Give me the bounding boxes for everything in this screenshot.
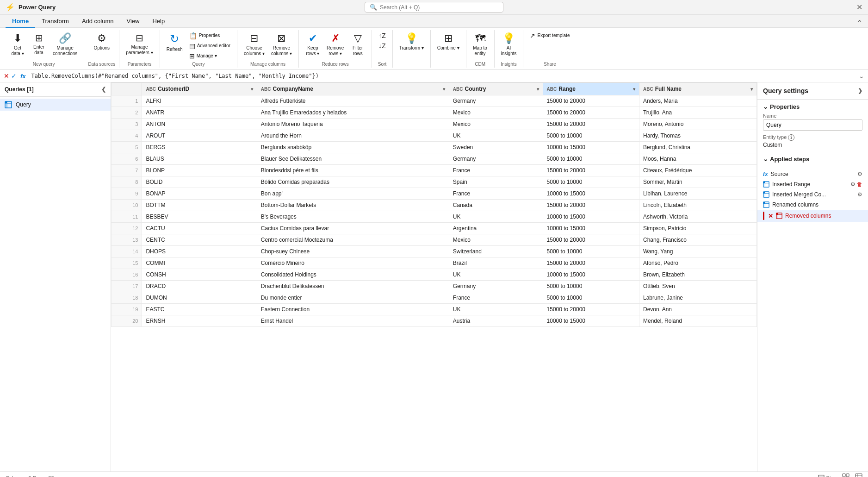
options-icon: ⚙ — [97, 32, 106, 44]
properties-button[interactable]: 📋 Properties — [186, 31, 233, 41]
settings-entity-type-value: Custom — [763, 142, 862, 148]
col-dropdown-fullname[interactable]: ▾ — [750, 87, 753, 92]
col-header-range[interactable]: ABC Range ▾ — [543, 83, 639, 95]
col-header-country[interactable]: ABC Country ▾ — [449, 83, 543, 95]
step-gear-icon[interactable]: ⚙ — [850, 181, 856, 188]
col-dropdown-companyname[interactable]: ▾ — [443, 87, 445, 92]
tab-view[interactable]: View — [120, 15, 146, 28]
cell-companyname: Antonio Moreno Taqueria — [257, 119, 449, 130]
table-row[interactable]: 1 ALFKI Alfreds Futterkiste Germany 1500… — [112, 95, 757, 107]
step-item-source[interactable]: fx Source ⚙ — [757, 169, 868, 179]
step-item-inserted-merged[interactable]: Inserted Merged Co... ⚙ — [757, 189, 868, 200]
step-gear-icon[interactable]: ⚙ — [857, 191, 862, 198]
formula-input[interactable]: Table.RemoveColumns(#"Renamed columns", … — [30, 72, 855, 80]
table-row[interactable]: 11 BESBEV B's Beverages UK 10000 to 1500… — [112, 211, 757, 223]
step-actions[interactable]: ⚙ — [857, 171, 862, 177]
export-template-button[interactable]: ↗ Export template — [527, 31, 572, 41]
data-area[interactable]: ABC CustomerID ▾ ABC CompanyName ▾ — [111, 82, 757, 471]
advanced-editor-button[interactable]: ▤ Advanced editor — [186, 41, 233, 51]
settings-collapse-properties[interactable]: ⌄ — [763, 103, 768, 110]
manage-connections-button[interactable]: 🔗 Manageconnections — [50, 31, 80, 58]
cell-fullname: Trujillo, Ana — [639, 107, 756, 119]
table-row[interactable]: 5 BERGS Berglunds snabbköp Sweden 10000 … — [112, 142, 757, 153]
step-label[interactable]: Step — [818, 475, 837, 477]
table-row[interactable]: 17 DRACD Drachenblut Delikatessen German… — [112, 281, 757, 292]
table-row[interactable]: 8 BOLID Bólido Comidas preparadas Spain … — [112, 176, 757, 188]
table-row[interactable]: 9 BONAP Bon app' France 10000 to 15000 L… — [112, 188, 757, 200]
query-item-1[interactable]: Query — [0, 99, 111, 111]
close-button[interactable]: ✕ — [856, 3, 862, 12]
table-row[interactable]: 3 ANTON Antonio Moreno Taqueria Mexico 1… — [112, 119, 757, 130]
settings-collapse-steps[interactable]: ⌄ — [763, 156, 768, 163]
col-dropdown-country[interactable]: ▾ — [537, 87, 539, 92]
table-row[interactable]: 20 ERNSH Ernst Handel Austria 10000 to 1… — [112, 315, 757, 327]
tab-home[interactable]: Home — [6, 15, 35, 28]
table-row[interactable]: 7 BLONP Blondesddsl pére et fils France … — [112, 165, 757, 176]
table-row[interactable]: 2 ANATR Ana Trujillo Emaredados y helado… — [112, 107, 757, 119]
queries-collapse-icon[interactable]: ❮ — [101, 86, 106, 93]
export-template-icon: ↗ — [530, 32, 535, 40]
options-button[interactable]: ⚙ Options — [91, 31, 112, 52]
col-dropdown-customerid[interactable]: ▾ — [251, 87, 253, 92]
manage-button[interactable]: ⊞ Manage ▾ — [186, 51, 233, 61]
table-row[interactable]: 12 CACTU Cactus Comidas para llevar Arge… — [112, 223, 757, 234]
diagram-view-icon[interactable] — [842, 473, 849, 477]
refresh-button[interactable]: ↻ Refresh — [164, 31, 186, 54]
step-actions[interactable]: ⚙🗑 — [850, 181, 862, 188]
step-actions[interactable]: ⚙ — [857, 191, 862, 198]
table-row[interactable]: 13 CENTC Centro comercial Moctezuma Mexi… — [112, 234, 757, 246]
keep-rows-button[interactable]: ✔ Keeprows ▾ — [303, 31, 323, 58]
step-item-removed-columns[interactable]: ✕ Removed columns — [757, 210, 868, 222]
manage-parameters-button[interactable]: ⊟ Manageparameters ▾ — [123, 31, 155, 57]
table-row[interactable]: 14 DHOPS Chop-suey Chinese Switzerland 5… — [112, 246, 757, 257]
col-header-companyname[interactable]: ABC CompanyName ▾ — [257, 83, 449, 95]
step-item-inserted-range[interactable]: Inserted Range ⚙🗑 — [757, 179, 868, 189]
tab-add-column[interactable]: Add column — [75, 15, 120, 28]
sort-desc-button[interactable]: ↓Z — [376, 41, 389, 51]
query-item-label: Query — [16, 101, 31, 108]
tab-help[interactable]: Help — [146, 15, 171, 28]
formula-cancel-icon[interactable]: ✕ — [4, 72, 9, 80]
step-item-renamed-columns[interactable]: Renamed columns — [757, 200, 868, 210]
search-bar[interactable]: 🔍 — [365, 2, 503, 13]
cell-customerid: AROUT — [142, 130, 257, 142]
step-gear-icon[interactable]: ⚙ — [857, 171, 862, 177]
cell-country: UK — [449, 304, 543, 315]
grid-view-icon[interactable] — [855, 473, 862, 477]
app-title: ⚡ Power Query — [6, 3, 56, 12]
get-data-button[interactable]: ⬇ Getdata ▾ — [7, 31, 28, 58]
table-row[interactable]: 6 BLAUS Blauer See Delikatessen Germany … — [112, 153, 757, 165]
remove-columns-button[interactable]: ⊠ Removecolumns ▾ — [268, 31, 295, 58]
step-delete-icon[interactable]: 🗑 — [857, 181, 862, 188]
col-header-customerid[interactable]: ABC CustomerID ▾ — [142, 83, 257, 95]
entity-type-info-icon[interactable]: ℹ — [788, 134, 794, 141]
tab-transform[interactable]: Transform — [35, 15, 75, 28]
sort-asc-button[interactable]: ↑Z — [376, 31, 389, 41]
enter-data-button[interactable]: ⊞ Enterdata — [29, 31, 49, 57]
formula-confirm-icon[interactable]: ✓ — [11, 72, 17, 80]
ribbon-collapse[interactable]: ⌃ — [856, 19, 862, 27]
table-row[interactable]: 15 COMMI Comércio Mineiro Brazil 15000 t… — [112, 257, 757, 269]
settings-name-input[interactable] — [763, 119, 862, 131]
transform-button[interactable]: 💡 Transform ▾ — [397, 31, 427, 52]
formula-expand-icon[interactable]: ⌄ — [859, 72, 864, 80]
map-to-entity-button[interactable]: 🗺 Map toentity — [470, 31, 490, 58]
table-row[interactable]: 4 AROUT Around the Horn UK 5000 to 10000… — [112, 130, 757, 142]
table-row[interactable]: 19 EASTC Eastern Connection UK 15000 to … — [112, 304, 757, 315]
filter-rows-button[interactable]: ▽ Filterrows — [347, 31, 368, 58]
col-header-fullname[interactable]: ABC Full Name ▾ — [639, 83, 756, 95]
choose-columns-button[interactable]: ⊟ Choosecolumns ▾ — [241, 31, 267, 58]
cell-range: 10000 to 15000 — [543, 269, 639, 281]
table-row[interactable]: 16 CONSH Consolidated Holdings UK 10000 … — [112, 269, 757, 281]
search-input[interactable] — [380, 4, 498, 11]
cell-range: 15000 to 20000 — [543, 107, 639, 119]
table-row[interactable]: 18 DUMON Du monde entier France 5000 to … — [112, 292, 757, 304]
settings-title: Query settings — [763, 87, 808, 94]
col-dropdown-range[interactable]: ▾ — [633, 87, 635, 92]
table-row[interactable]: 10 BOTTM Bottom-Dollar Markets Canada 15… — [112, 200, 757, 211]
combine-button[interactable]: ⊞ Combine ▾ — [434, 31, 462, 52]
remove-rows-button[interactable]: ✗ Removerows ▾ — [324, 31, 347, 58]
ai-insights-button[interactable]: 💡 AIinsights — [498, 31, 520, 58]
settings-expand-icon[interactable]: ❯ — [858, 88, 862, 94]
cell-range: 15000 to 20000 — [543, 119, 639, 130]
